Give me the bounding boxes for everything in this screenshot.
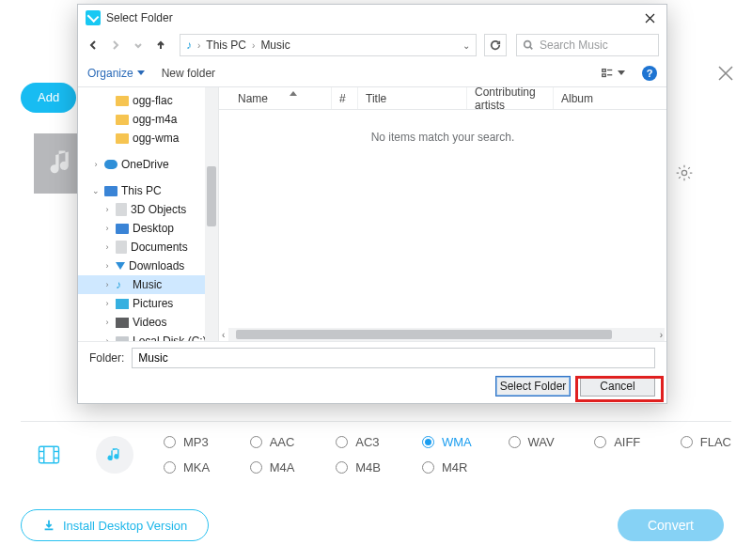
format-m4b[interactable]: M4B bbox=[336, 460, 411, 474]
select-folder-dialog: Select Folder ♪ › This PC › Music ⌄ Sear… bbox=[77, 4, 667, 404]
music-note-icon bbox=[106, 446, 123, 463]
dialog-titlebar: Select Folder bbox=[78, 5, 666, 31]
col-name[interactable]: Name bbox=[230, 87, 332, 109]
nav-forward-icon bbox=[106, 35, 125, 55]
format-mp3[interactable]: MP3 bbox=[164, 435, 239, 449]
chevron-down-icon bbox=[137, 70, 145, 75]
cloud-icon bbox=[104, 160, 118, 169]
col-number[interactable]: # bbox=[332, 87, 358, 109]
tree-item-this-pc[interactable]: ⌄This PC bbox=[78, 181, 218, 200]
dialog-footer: Folder: Select Folder Cancel bbox=[78, 341, 666, 403]
nav-back-icon[interactable] bbox=[84, 35, 102, 55]
search-input[interactable]: Search Music bbox=[516, 34, 659, 56]
scroll-right-icon[interactable]: › bbox=[660, 330, 663, 340]
downloads-icon bbox=[116, 262, 125, 270]
chevron-down-icon bbox=[618, 70, 625, 75]
organize-menu[interactable]: Organize bbox=[87, 67, 145, 80]
cancel-button[interactable]: Cancel bbox=[580, 376, 655, 397]
svg-point-0 bbox=[682, 170, 686, 175]
disk-icon bbox=[116, 336, 129, 342]
close-icon[interactable] bbox=[638, 7, 661, 29]
tree-item-3d-objects[interactable]: ›3D Objects bbox=[78, 200, 218, 219]
chevron-down-icon[interactable]: ⌄ bbox=[462, 40, 470, 51]
search-placeholder: Search Music bbox=[540, 39, 608, 52]
download-icon bbox=[42, 519, 55, 532]
install-desktop-button[interactable]: Install Desktop Version bbox=[21, 509, 209, 541]
col-artist[interactable]: Contributing artists bbox=[467, 87, 554, 109]
app-close-icon[interactable] bbox=[716, 64, 735, 83]
audio-format-icon[interactable] bbox=[86, 436, 143, 474]
add-button[interactable]: Add bbox=[21, 83, 76, 113]
tree-item-videos[interactable]: ›Videos bbox=[78, 313, 218, 332]
breadcrumb-current[interactable]: Music bbox=[260, 39, 290, 52]
tree-item-downloads[interactable]: ›Downloads bbox=[78, 257, 218, 275]
folder-icon bbox=[116, 115, 129, 125]
tree-item-ogg-wma[interactable]: ogg-wma bbox=[78, 129, 218, 148]
video-format-icon[interactable] bbox=[21, 442, 77, 468]
tree-item-desktop[interactable]: ›Desktop bbox=[78, 219, 218, 238]
tree-item-onedrive[interactable]: ›OneDrive bbox=[78, 155, 218, 174]
format-ac3[interactable]: AC3 bbox=[336, 435, 411, 449]
col-album[interactable]: Album bbox=[554, 87, 666, 109]
format-bar: MP3 AAC AC3 WMA WAV AIFF FLAC MKA M4A M4… bbox=[21, 421, 731, 474]
format-m4a[interactable]: M4A bbox=[250, 460, 325, 474]
desktop-icon bbox=[116, 224, 129, 234]
tree-item-documents[interactable]: ›Documents bbox=[78, 238, 218, 257]
tree-item-local-disk[interactable]: ›Local Disk (C:) bbox=[78, 332, 218, 341]
dialog-title: Select Folder bbox=[106, 11, 638, 24]
horizontal-scrollbar[interactable]: ‹ › bbox=[228, 328, 665, 341]
nav-recent-icon[interactable] bbox=[129, 35, 148, 55]
dialog-navbar: ♪ › This PC › Music ⌄ Search Music bbox=[78, 31, 666, 59]
folder-icon bbox=[116, 96, 129, 106]
computer-icon bbox=[104, 186, 118, 196]
col-title[interactable]: Title bbox=[358, 87, 467, 109]
empty-message: No items match your search. bbox=[219, 131, 666, 144]
new-folder-button[interactable]: New folder bbox=[162, 67, 215, 80]
format-options: MP3 AAC AC3 WMA WAV AIFF FLAC MKA M4A M4… bbox=[164, 435, 731, 474]
svg-rect-9 bbox=[603, 69, 606, 71]
dialog-toolbar: Organize New folder ? bbox=[78, 59, 666, 87]
svg-point-8 bbox=[525, 41, 531, 48]
format-wma[interactable]: WMA bbox=[422, 435, 497, 449]
music-note-icon: ♪ bbox=[116, 278, 129, 291]
svg-rect-1 bbox=[39, 446, 59, 463]
pictures-icon bbox=[116, 299, 129, 309]
folder-label: Folder: bbox=[89, 351, 124, 365]
nav-up-icon[interactable] bbox=[151, 35, 170, 55]
chevron-right-icon: › bbox=[197, 40, 200, 51]
tree-item-pictures[interactable]: ›Pictures bbox=[78, 294, 218, 313]
format-wav[interactable]: WAV bbox=[509, 435, 584, 449]
column-headers[interactable]: Name # Title Contributing artists Album bbox=[219, 87, 666, 110]
music-note-icon: ♪ bbox=[186, 39, 192, 52]
settings-gear-icon[interactable] bbox=[675, 163, 694, 186]
refresh-icon[interactable] bbox=[484, 34, 507, 56]
format-mka[interactable]: MKA bbox=[164, 460, 239, 474]
chevron-right-icon: › bbox=[252, 40, 255, 51]
objects-icon bbox=[116, 203, 127, 216]
breadcrumb-root[interactable]: This PC bbox=[206, 39, 246, 52]
folder-tree[interactable]: ogg-flac ogg-m4a ogg-wma ›OneDrive ⌄This… bbox=[78, 87, 219, 341]
tree-scrollbar[interactable] bbox=[205, 87, 218, 341]
tree-item-ogg-m4a[interactable]: ogg-m4a bbox=[78, 110, 218, 129]
documents-icon bbox=[116, 241, 127, 254]
help-icon[interactable]: ? bbox=[642, 66, 657, 81]
music-note-icon bbox=[49, 148, 75, 179]
app-logo-icon bbox=[86, 10, 101, 25]
view-list-icon bbox=[601, 67, 614, 80]
tree-item-ogg-flac[interactable]: ogg-flac bbox=[78, 91, 218, 110]
search-icon bbox=[523, 39, 534, 51]
select-folder-button[interactable]: Select Folder bbox=[495, 376, 571, 397]
sort-indicator-icon bbox=[290, 91, 297, 96]
file-list: Name # Title Contributing artists Album … bbox=[219, 87, 666, 341]
address-bar[interactable]: ♪ › This PC › Music ⌄ bbox=[180, 34, 477, 56]
scroll-left-icon[interactable]: ‹ bbox=[222, 330, 225, 340]
convert-button[interactable]: Convert bbox=[618, 509, 724, 541]
format-aac[interactable]: AAC bbox=[250, 435, 325, 449]
tree-item-music[interactable]: ›♪Music bbox=[78, 275, 218, 294]
format-aiff[interactable]: AIFF bbox=[594, 435, 669, 449]
format-m4r[interactable]: M4R bbox=[422, 460, 497, 474]
format-flac[interactable]: FLAC bbox=[681, 435, 731, 449]
svg-rect-10 bbox=[603, 73, 606, 76]
view-options-button[interactable] bbox=[601, 67, 625, 80]
folder-name-input[interactable] bbox=[132, 348, 655, 368]
